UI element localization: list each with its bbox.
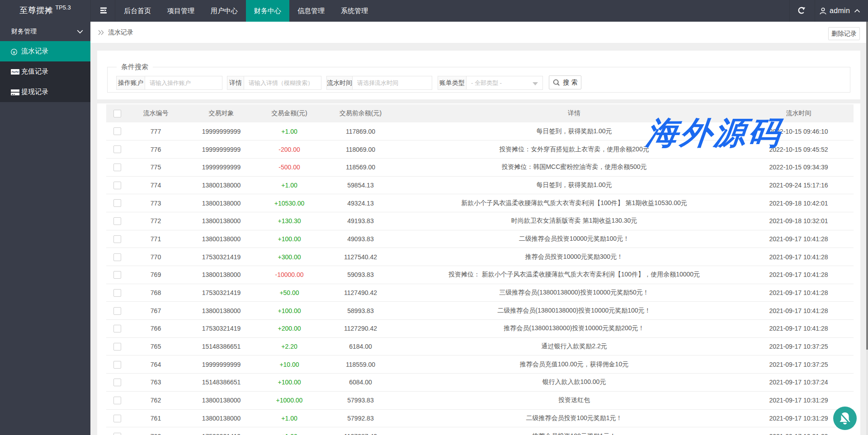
svg-text:¥: ¥	[12, 50, 15, 55]
svg-text:PayPal: PayPal	[12, 71, 19, 73]
